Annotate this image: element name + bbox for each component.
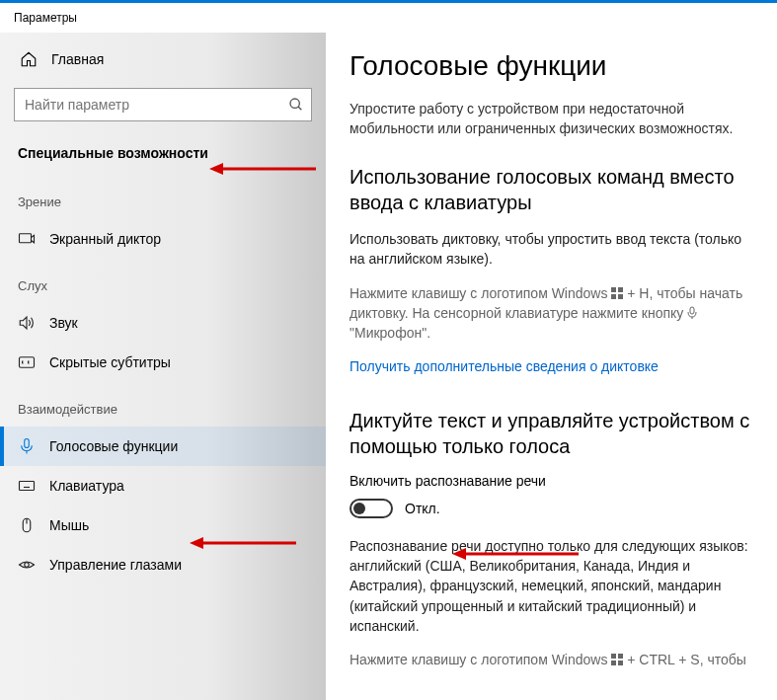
svg-rect-15 — [611, 287, 616, 292]
nav-item-label: Экранный диктор — [49, 231, 161, 247]
captions-icon — [18, 353, 36, 371]
search-input[interactable] — [14, 88, 312, 121]
group-label-hearing: Слух — [0, 259, 326, 303]
nav-eye-control[interactable]: Управление глазами — [0, 545, 326, 584]
category-header: Специальные возможности — [0, 135, 326, 175]
microphone-icon — [18, 437, 36, 455]
speech-recognition-state: Откл. — [405, 501, 440, 516]
window-title: Параметры — [0, 3, 777, 33]
nav-home[interactable]: Главная — [0, 40, 326, 78]
sound-icon — [18, 314, 36, 332]
group-label-vision: Зрение — [0, 175, 326, 219]
speech-shortcut-hint: Нажмите клавишу с логотипом Windows + CT… — [350, 650, 753, 669]
page-description: Упростите работу с устройством при недос… — [350, 100, 753, 138]
nav-item-label: Мышь — [49, 517, 89, 533]
section-dictation-title: Использование голосовых команд вместо вв… — [350, 164, 753, 215]
svg-rect-6 — [20, 482, 35, 491]
svg-rect-3 — [20, 357, 35, 368]
mouse-icon — [18, 516, 36, 534]
dictation-learn-more-link[interactable]: Получить дополнительные сведения о дикто… — [350, 358, 659, 374]
svg-rect-21 — [611, 654, 616, 659]
nav-item-label: Звук — [49, 315, 78, 331]
svg-point-14 — [25, 563, 30, 568]
nav-sound[interactable]: Звук — [0, 303, 326, 343]
svg-point-0 — [290, 99, 299, 108]
search-box — [14, 88, 312, 121]
group-label-interaction: Взаимодействие — [0, 382, 326, 427]
svg-rect-19 — [690, 307, 694, 314]
svg-rect-2 — [20, 234, 32, 243]
speech-recognition-toggle-row: Откл. — [350, 499, 753, 518]
search-icon[interactable] — [288, 97, 304, 113]
nav-narrator[interactable]: Экранный диктор — [0, 219, 326, 259]
sidebar: Главная Специальные возможности Зрение Э… — [0, 33, 326, 700]
svg-rect-17 — [611, 294, 616, 299]
keyboard-icon — [18, 477, 36, 495]
home-icon — [20, 50, 38, 68]
windows-key-icon — [611, 287, 623, 299]
nav-item-label: Скрытые субтитры — [49, 354, 171, 370]
svg-rect-4 — [25, 439, 30, 448]
nav-home-label: Главная — [51, 51, 104, 67]
section-dictation-hint: Нажмите клавишу с логотипом Windows + H,… — [350, 283, 753, 344]
content-area: Голосовые функции Упростите работу с уст… — [326, 33, 777, 700]
windows-key-icon — [611, 654, 623, 665]
section-dictation-body: Использовать диктовку, чтобы упростить в… — [350, 229, 753, 270]
nav-item-label: Клавиатура — [49, 478, 124, 494]
languages-note: Распознавание речи доступно только для с… — [350, 536, 753, 636]
nav-speech[interactable]: Голосовые функции — [0, 427, 326, 466]
svg-rect-23 — [611, 661, 616, 665]
nav-captions[interactable]: Скрытые субтитры — [0, 343, 326, 382]
nav-item-label: Голосовые функции — [49, 438, 178, 454]
nav-keyboard[interactable]: Клавиатура — [0, 466, 326, 506]
section-voice-control-title: Диктуйте текст и управляйте устройством … — [350, 408, 753, 459]
speech-recognition-toggle[interactable] — [350, 499, 393, 518]
microphone-inline-icon — [687, 306, 697, 320]
nav-item-label: Управление глазами — [49, 557, 182, 573]
speech-recognition-label: Включить распознавание речи — [350, 473, 753, 489]
narrator-icon — [18, 230, 36, 248]
eye-icon — [18, 556, 36, 574]
svg-line-1 — [298, 107, 301, 110]
nav-mouse[interactable]: Мышь — [0, 506, 326, 545]
page-title: Голосовые функции — [350, 50, 753, 82]
